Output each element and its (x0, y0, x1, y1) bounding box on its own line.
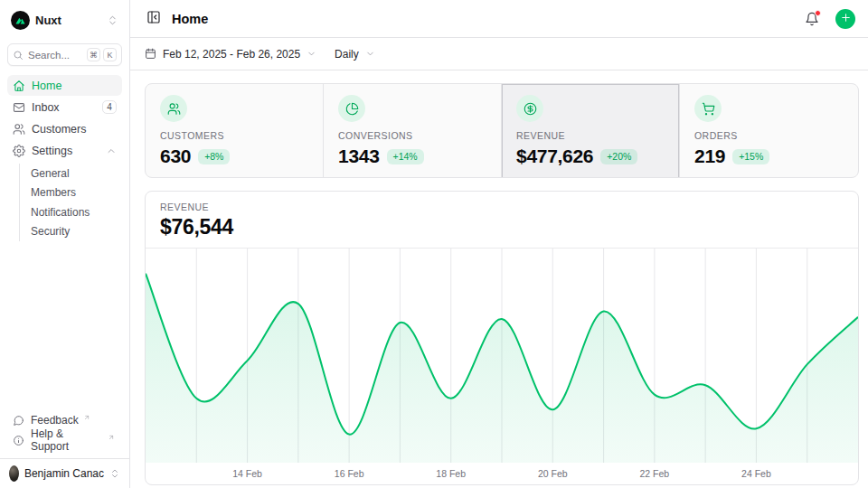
search-input[interactable]: Search... ⌘K (7, 43, 122, 66)
sidebar-item-notifications[interactable]: Notifications (20, 202, 122, 222)
x-tick-label: 20 Feb (538, 468, 568, 479)
stat-delta-badge: +20% (600, 149, 637, 164)
sidebar-item-label: Home (32, 80, 61, 92)
sidebar-item-customers[interactable]: Customers (7, 118, 122, 139)
circle-dollar-icon (516, 95, 543, 122)
panel-left-close-icon (146, 10, 161, 27)
stats-row: CUSTOMERS 630 +8% CONVERSIONS 1343 +14% (145, 83, 859, 178)
stat-delta-badge: +15% (732, 149, 769, 164)
top-bar: Home (130, 0, 868, 38)
chart-metric-label: REVENUE (160, 202, 844, 212)
notifications-button[interactable] (803, 10, 821, 28)
sidebar-item-label: Customers (32, 123, 86, 136)
dashboard-content: CUSTOMERS 630 +8% CONVERSIONS 1343 +14% (130, 70, 868, 488)
sidebar-item-settings[interactable]: Settings (7, 140, 122, 161)
page-title: Home (172, 12, 208, 26)
gear-icon (13, 145, 25, 157)
chart-header: REVENUE $76,544 (146, 192, 858, 249)
stat-value: 630 (160, 145, 191, 167)
chevron-down-icon (365, 49, 375, 59)
revenue-area-chart[interactable]: 14 Feb16 Feb18 Feb20 Feb22 Feb24 Feb (146, 249, 858, 484)
bell-icon (805, 12, 819, 26)
x-tick-label: 16 Feb (335, 468, 364, 479)
main-panel: Home Feb 12, 2025 - Feb 26, 2025 (130, 0, 868, 488)
sidebar-item-members[interactable]: Members (20, 183, 122, 203)
revenue-chart-svg (146, 249, 858, 463)
sidebar-nav: Home Inbox 4 Customers Settings (7, 75, 122, 244)
filters-toolbar: Feb 12, 2025 - Feb 26, 2025 Daily (130, 38, 868, 70)
stat-delta-badge: +14% (387, 149, 424, 164)
period-value: Daily (335, 48, 359, 61)
inbox-count-badge: 4 (102, 100, 117, 114)
footer-item-label: Help & Support (31, 427, 103, 453)
inbox-icon (13, 101, 25, 114)
avatar (9, 465, 19, 482)
plus-icon (840, 12, 852, 26)
home-icon (13, 80, 25, 92)
chart-total-value: $76,544 (160, 215, 844, 239)
stat-label: CONVERSIONS (338, 130, 486, 141)
sidebar-item-inbox[interactable]: Inbox 4 (7, 97, 122, 117)
notification-dot (815, 10, 821, 16)
external-link-icon (108, 434, 115, 441)
period-select[interactable]: Daily (335, 48, 375, 61)
x-axis-ticks: 14 Feb16 Feb18 Feb20 Feb22 Feb24 Feb (146, 463, 858, 484)
sidebar-item-label: Settings (32, 145, 72, 157)
chevron-down-icon (307, 49, 316, 59)
date-range-value: Feb 12, 2025 - Feb 26, 2025 (163, 48, 300, 61)
workspace-switcher[interactable]: Nuxt (7, 9, 122, 31)
sidebar-item-security[interactable]: Security (20, 222, 122, 242)
pie-chart-icon (338, 95, 365, 122)
sidebar-spacer (7, 244, 122, 410)
stat-label: REVENUE (516, 130, 665, 141)
user-menu[interactable]: Benjamin Canac (0, 458, 129, 488)
message-circle-icon (13, 415, 24, 427)
calendar-icon (145, 48, 156, 60)
users-icon (160, 95, 187, 122)
footer-item-label: Feedback (31, 414, 79, 427)
stat-card-orders[interactable]: ORDERS 219 +15% (680, 84, 858, 178)
stat-card-revenue[interactable]: REVENUE $477,626 +20% (502, 84, 680, 178)
sidebar: Nuxt Search... ⌘K Home (0, 0, 130, 488)
settings-submenu: General Members Notifications Security (19, 164, 122, 241)
search-kbd-shortcut: ⌘K (87, 48, 117, 61)
stat-label: CUSTOMERS (160, 130, 308, 141)
info-icon (13, 435, 24, 446)
workspace-name: Nuxt (35, 14, 101, 27)
sidebar-item-home[interactable]: Home (7, 75, 122, 96)
sidebar-collapse-button[interactable] (145, 8, 163, 29)
search-placeholder: Search... (28, 50, 82, 61)
revenue-chart-card: REVENUE $76,544 14 Feb16 Feb18 Feb20 Feb… (145, 191, 859, 485)
cart-icon (694, 95, 722, 122)
nuxt-logo-icon (11, 11, 30, 30)
add-button[interactable] (835, 9, 855, 29)
stat-delta-badge: +8% (198, 149, 230, 164)
stat-card-conversions[interactable]: CONVERSIONS 1343 +14% (324, 84, 502, 178)
user-name: Benjamin Canac (24, 467, 104, 480)
x-tick-label: 22 Feb (639, 468, 669, 479)
chevrons-up-down-icon (107, 14, 118, 26)
date-range-picker[interactable]: Feb 12, 2025 - Feb 26, 2025 (145, 48, 316, 61)
x-tick-label: 18 Feb (436, 468, 466, 479)
x-tick-label: 14 Feb (232, 468, 262, 479)
sidebar-item-help-support[interactable]: Help & Support (7, 430, 122, 450)
sidebar-item-label: Inbox (32, 101, 60, 114)
stat-card-customers[interactable]: CUSTOMERS 630 +8% (146, 84, 324, 178)
chevron-up-icon (106, 145, 117, 156)
search-icon (13, 50, 24, 61)
stat-value: $477,626 (516, 145, 593, 167)
stat-value: 1343 (338, 145, 380, 167)
external-link-icon (83, 414, 90, 421)
x-tick-label: 24 Feb (741, 468, 771, 479)
stat-label: ORDERS (694, 130, 844, 141)
stat-value: 219 (694, 145, 725, 167)
users-icon (13, 123, 25, 136)
sidebar-item-general[interactable]: General (20, 164, 122, 183)
app-window: Nuxt Search... ⌘K Home (0, 0, 868, 488)
chevrons-up-down-icon (109, 468, 120, 479)
